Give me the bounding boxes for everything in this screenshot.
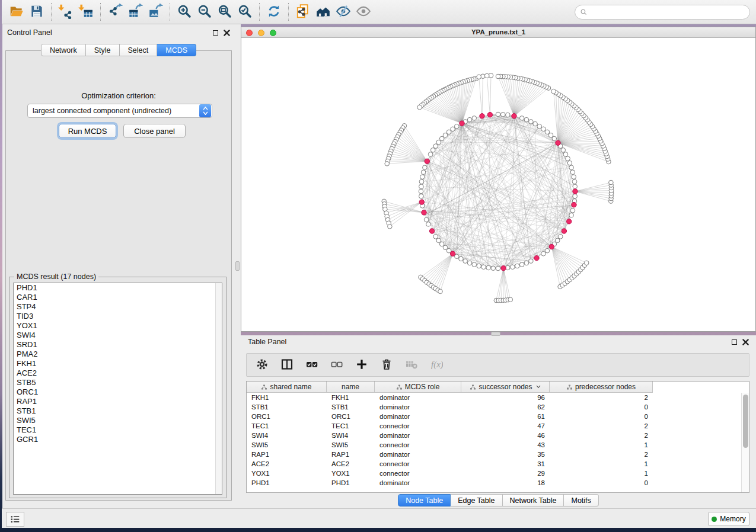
table-row[interactable]: FKH1FKH1dominator962 [247,393,741,402]
mcds-result-item[interactable]: YOX1 [14,321,222,331]
settings-button[interactable] [254,357,270,373]
mcds-result-item[interactable]: SRD1 [14,340,222,350]
split-panel-button[interactable] [279,357,295,373]
cell-predecessor-nodes: 2 [550,450,653,459]
import-network-button[interactable] [56,2,76,22]
splitter-handle[interactable] [235,261,240,271]
cell-MCDS-role: dominator [375,450,461,459]
tab-network[interactable]: Network [41,44,86,56]
close-panel-icon[interactable] [224,30,230,36]
export-table-button[interactable] [125,2,145,22]
mcds-result-item[interactable]: RAP1 [14,397,222,406]
first-neighbors-button[interactable] [313,2,333,22]
clone-network-icon [295,4,311,21]
close-table-panel-icon[interactable] [742,339,749,345]
horizontal-splitter-handle[interactable] [491,332,500,336]
table-row[interactable]: YOX1YOX1connector291 [247,469,741,478]
column-header-shared-name[interactable]: shared name [247,382,327,393]
table-row[interactable]: PHD1PHD1dominator180 [247,478,741,488]
select-all-button[interactable] [304,357,320,373]
column-header-name[interactable]: name [327,382,375,393]
mcds-result-item[interactable]: FKH1 [14,359,222,368]
cell-shared-name: YOX1 [247,469,327,478]
mcds-result-item[interactable]: SWI4 [14,331,222,340]
mcds-result-item[interactable]: CAR1 [14,293,222,302]
mcds-result-item[interactable]: STB5 [14,378,222,387]
node-table[interactable]: shared namenameMCDS rolesuccessor nodesp… [246,381,749,493]
vertical-splitter[interactable] [235,24,241,508]
network-graph[interactable] [241,38,755,331]
tab-select[interactable]: Select [120,44,158,56]
search-field[interactable] [575,5,750,20]
mcds-list-scrollbar[interactable] [215,283,222,494]
import-table-button[interactable] [76,2,96,22]
zoom-selected-icon [237,4,253,21]
tab-network-table[interactable]: Network Table [503,494,564,507]
mcds-result-item[interactable]: PHD1 [14,283,222,293]
mcds-result-item[interactable]: STP4 [14,302,222,312]
tree-icon [396,384,403,390]
table-scrollbar-thumb[interactable] [743,395,748,448]
cell-successor-nodes: 29 [461,469,550,478]
tab-style[interactable]: Style [86,44,120,56]
tab-motifs[interactable]: Motifs [564,494,598,507]
table-row[interactable]: SWI4SWI4dominator462 [247,431,741,440]
mcds-result-list[interactable]: PHD1CAR1STP4TID3YOX1SWI4SRD1PMA2FKH1ACE2… [13,283,222,495]
cell-predecessor-nodes: 1 [550,440,653,450]
zoom-out-button[interactable] [194,2,215,22]
mcds-tab-pane: Optimization criterion: largest connecte… [5,50,232,501]
float-table-panel-icon[interactable] [732,339,737,345]
export-image-button[interactable] [145,2,165,22]
hide-selected-button[interactable] [333,2,353,22]
mcds-result-item[interactable]: SWI5 [14,416,222,425]
tab-node-table[interactable]: Node Table [398,494,451,507]
add-row-button[interactable] [353,357,370,373]
mcds-result-item[interactable]: TID3 [14,312,222,321]
refresh-button[interactable] [264,2,284,22]
deselect-all-button[interactable] [328,357,345,373]
open-file-button[interactable] [7,2,27,22]
save-icon [29,4,44,21]
cell-MCDS-role: connector [375,421,461,431]
mcds-result-item[interactable]: PMA2 [14,350,222,359]
mcds-result-item[interactable]: GCR1 [14,435,222,444]
table-row[interactable]: TEC1TEC1connector472 [247,421,741,431]
export-image-icon [148,4,163,21]
close-panel-button[interactable]: Close panel [123,124,186,138]
run-mcds-button[interactable]: Run MCDS [59,124,116,138]
cell-predecessor-nodes: 2 [550,421,653,431]
mcds-result-item[interactable]: ACE2 [14,368,222,378]
task-history-button[interactable] [6,512,24,527]
cell-predecessor-nodes: 0 [550,478,653,488]
export-network-button[interactable] [105,2,125,22]
table-scrollbar[interactable] [741,393,749,492]
criterion-select[interactable]: largest connected component (undirected) [27,104,212,118]
network-window-titlebar[interactable]: YPA_prune.txt_1 [241,27,755,38]
mcds-result-item[interactable]: STB1 [14,406,222,416]
table-row[interactable]: SWI5SWI5connector431 [247,440,741,450]
tab-edge-table[interactable]: Edge Table [451,494,502,507]
clone-network-button[interactable] [293,2,313,22]
zoom-fit-button[interactable] [215,2,235,22]
save-button[interactable] [27,2,47,22]
first-neighbors-icon [315,4,331,21]
zoom-selected-button[interactable] [235,2,255,22]
table-row[interactable]: RAP1RAP1dominator352 [247,450,741,459]
tab-mcds[interactable]: MCDS [157,44,196,56]
cell-MCDS-role: dominator [375,402,461,412]
column-header-MCDS-role[interactable]: MCDS role [375,382,461,393]
search-input[interactable] [588,6,749,18]
memory-button[interactable]: Memory [708,512,749,526]
mcds-result-item[interactable]: ORC1 [14,387,222,397]
cell-shared-name: ACE2 [247,459,327,469]
float-panel-icon[interactable] [213,30,218,36]
delete-row-button[interactable] [378,357,395,373]
show-all-button[interactable] [353,2,374,22]
zoom-in-button[interactable] [174,2,194,22]
mcds-result-item[interactable]: TEC1 [14,425,222,435]
column-header-predecessor-nodes[interactable]: predecessor nodes [550,382,653,393]
table-row[interactable]: STB1STB1dominator620 [247,402,741,412]
table-row[interactable]: ACE2ACE2connector311 [247,459,741,469]
table-row[interactable]: ORC1ORC1dominator610 [247,412,741,421]
column-header-successor-nodes[interactable]: successor nodes [461,382,550,393]
